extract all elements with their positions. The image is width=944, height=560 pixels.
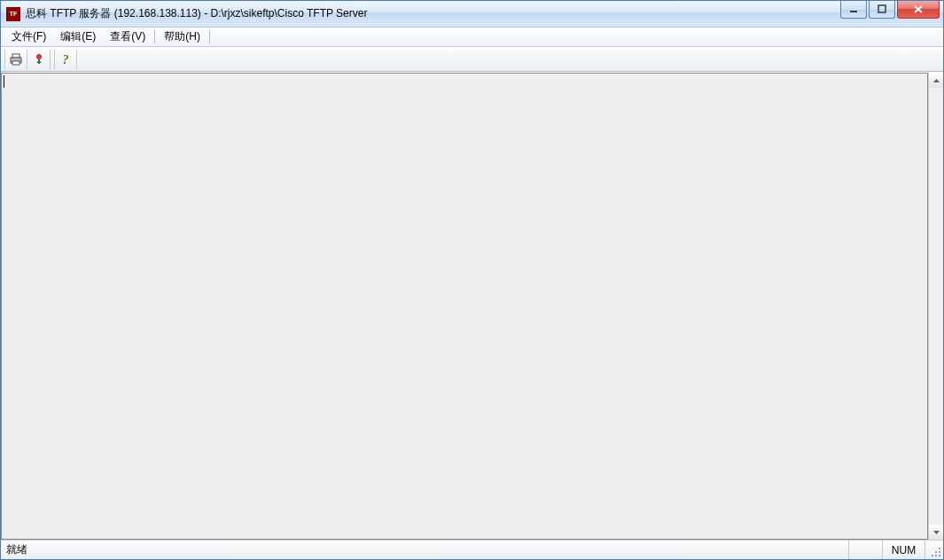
status-pane-1 [849, 541, 883, 559]
print-icon [9, 52, 23, 66]
svg-point-7 [36, 54, 42, 59]
scroll-up-button[interactable] [929, 73, 943, 88]
window-title: 思科 TFTP 服务器 (192.168.138.113) - D:\rjxz\… [26, 6, 840, 21]
chevron-down-icon [933, 531, 940, 534]
chevron-up-icon [933, 79, 940, 82]
svg-rect-6 [12, 61, 20, 65]
svg-point-14 [935, 555, 937, 556]
help-icon: ? [59, 52, 73, 66]
close-icon [913, 4, 924, 14]
content-area [1, 72, 943, 540]
svg-text:?: ? [63, 53, 69, 66]
minimize-button[interactable] [840, 1, 867, 19]
application-window: TF 思科 TFTP 服务器 (192.168.138.113) - D:\rj… [0, 0, 944, 560]
scroll-down-button[interactable] [929, 525, 943, 540]
text-caret [4, 75, 4, 88]
app-icon: TF [6, 7, 20, 21]
svg-rect-4 [12, 54, 20, 58]
titlebar[interactable]: TF 思科 TFTP 服务器 (192.168.138.113) - D:\rj… [1, 1, 943, 27]
svg-point-13 [932, 555, 933, 556]
menu-separator [209, 30, 210, 43]
log-textarea[interactable] [1, 73, 928, 540]
menu-edit[interactable]: 编辑(E) [53, 27, 103, 46]
maximize-button[interactable] [869, 1, 895, 19]
minimize-icon [849, 4, 859, 14]
menubar: 文件(F) 编辑(E) 查看(V) 帮助(H) [1, 27, 943, 47]
close-button[interactable] [897, 1, 940, 19]
menu-file[interactable]: 文件(F) [4, 27, 53, 46]
svg-point-12 [939, 551, 940, 553]
menu-separator [154, 30, 155, 43]
svg-rect-0 [850, 11, 857, 12]
svg-point-11 [935, 551, 937, 553]
svg-point-10 [939, 548, 940, 549]
maximize-icon [878, 4, 887, 14]
status-numlock: NUM [883, 541, 925, 559]
toolbar-print-button[interactable] [4, 49, 27, 70]
menu-help[interactable]: 帮助(H) [157, 27, 207, 46]
menu-view[interactable]: 查看(V) [103, 27, 152, 46]
statusbar: 就绪 NUM [1, 540, 943, 559]
scroll-track[interactable] [929, 88, 943, 525]
svg-point-15 [939, 555, 940, 556]
status-ready: 就绪 [1, 541, 849, 559]
toolbar-options-button[interactable] [27, 49, 51, 70]
svg-rect-1 [878, 5, 885, 12]
window-controls [840, 1, 943, 27]
options-icon [32, 52, 46, 66]
vertical-scrollbar[interactable] [928, 73, 943, 540]
toolbar-help-button[interactable]: ? [54, 49, 77, 70]
resize-grip-icon [931, 547, 941, 557]
resize-grip[interactable] [925, 541, 943, 559]
toolbar: ? [1, 47, 943, 72]
